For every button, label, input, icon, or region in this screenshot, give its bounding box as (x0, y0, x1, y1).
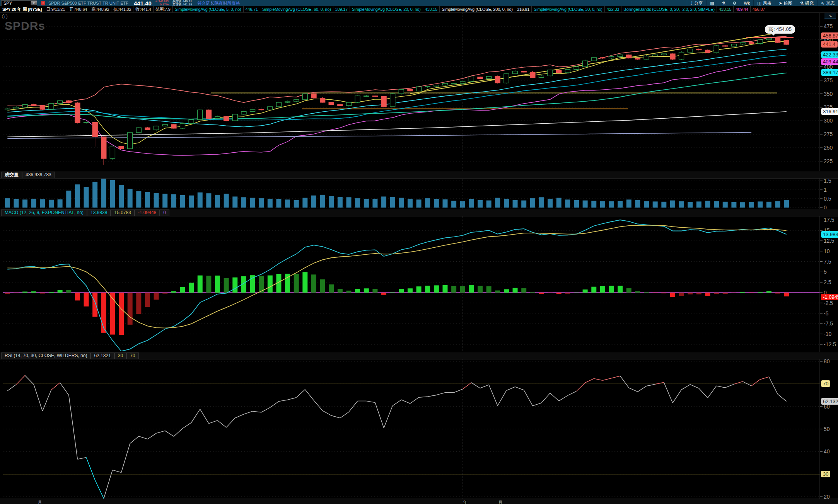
macd-header-cell: MACD (12, 26, 9, EXPONENTIAL, no) (1, 209, 87, 216)
price-axis-badge: 316.91 (821, 108, 838, 115)
toolbar-button-style[interactable]: ◫风格 (753, 0, 775, 6)
share-icon: ⤴ (691, 1, 693, 5)
chart-area[interactable]: 4754504003753503253002752502251.510.5017… (0, 12, 838, 504)
toolbar-button-settings[interactable]: ⚙ (729, 0, 740, 6)
toolbar-button-share[interactable]: ⤴分享 (687, 0, 707, 6)
macd-header-cell: 15.0783 (111, 209, 134, 216)
axis-tick: 40 (824, 448, 830, 455)
axis-tick: 50 (824, 426, 830, 432)
macd-axis-badge: 13.9838 (821, 231, 838, 238)
spdrs-watermark: SPDRs (5, 19, 45, 32)
bid-ask: 买方价:440.91 卖方价:441.19 (172, 0, 192, 6)
axis-tick: -5 (824, 310, 829, 317)
axis-tick: -2.5 (824, 300, 833, 306)
time-axis: 月年月 (0, 499, 838, 504)
axis-tick: 12.5 (824, 238, 834, 244)
toolbar-button-events[interactable]: ▤ (706, 0, 717, 6)
chart-header: SPY ▼ ! SPDR S&P500 ETF TRUST TR UNIT ET… (0, 0, 838, 6)
extended-session-note: 符合延长隔夜时段资格 (198, 0, 240, 6)
study-label[interactable]: SimpleMovingAvg (CLOSE, 30, 0, no) (532, 6, 605, 12)
symbol-dropdown-button[interactable]: ▼ (31, 1, 37, 5)
status-segment: 开:448.64 (67, 6, 89, 12)
toolbar-button-patterns[interactable]: ∿形态 (817, 0, 838, 6)
axis-tick: 350 (824, 91, 833, 97)
axis-tick: -10 (824, 331, 831, 337)
volume-pane-header: 成交量436,939,783 (0, 171, 838, 179)
status-segment: 316.91 (515, 6, 532, 12)
axis-tick: 2.5 (824, 279, 831, 285)
rsi-pane-header: RSI (14, 70, 30, CLOSE, WILDERS, no)62.1… (0, 352, 838, 359)
price-axis-badge: 389.17 (821, 69, 838, 76)
macd-header-cell: -1.09448 (135, 209, 160, 216)
toolbar-button-studies[interactable]: ⚗研究 (796, 0, 817, 6)
chart-title: SPY 20 年 周 [NYSE] (0, 6, 44, 12)
flask-icon: ⚗ (800, 1, 804, 6)
flask-icon: ⚗ (722, 1, 725, 6)
toolbar-label: 研究 (805, 0, 814, 6)
chart-toolbar: ⤴分享▤⚗⚙Wk◫风格➤绘图⚗研究∿形态 (687, 0, 838, 6)
rsi-axis-badge: 70 (821, 380, 830, 387)
axis-tick: 275 (824, 131, 833, 137)
alert-icon[interactable]: ! (41, 1, 45, 5)
study-label[interactable]: SimpleMovingAvg (CLOSE, 5, 0, no) (173, 6, 244, 12)
rsi-header-cell: 62.1321 (90, 352, 114, 359)
sidebar-toggle-icon[interactable]: ∿ (824, 13, 836, 19)
toolbar-label: Wk (744, 1, 750, 5)
study-label[interactable]: SimpleMovingAvg (CLOSE, 200, 0, no) (440, 6, 515, 12)
status-segment: 422.33 (605, 6, 621, 12)
status-segment: 446.71 (244, 6, 260, 12)
axis-tick: 250 (824, 145, 833, 151)
symbol-text: SPY (3, 1, 12, 5)
axis-tick: 375 (824, 77, 833, 83)
status-segment: 389.17 (333, 6, 350, 12)
toolbar-label: 形态 (826, 0, 835, 6)
chart-canvas[interactable]: 4754504003753503253002752502251.510.5017… (0, 12, 838, 504)
toolbar-button-analyze[interactable]: ⚗ (718, 0, 729, 6)
macd-header-cell: 13.9838 (87, 209, 111, 216)
symbol-input[interactable]: SPY ▼ (1, 0, 37, 6)
study-label[interactable]: SimpleMovingAvg (CLOSE, 60, 0, no) (260, 6, 333, 12)
status-segment: 433.15 (423, 6, 440, 12)
toolbar-button-timeframe[interactable]: Wk (740, 0, 753, 6)
toolbar-label: 分享 (694, 0, 703, 6)
toolbar-label: 风格 (763, 0, 771, 6)
status-segment: 456.87 (751, 6, 767, 12)
rsi-axis-badge: 30 (821, 471, 830, 477)
axis-tick: 7.5 (824, 259, 831, 265)
macd-pane-header: MACD (12, 26, 9, EXPONENTIAL, no)13.9838… (0, 209, 838, 216)
status-segment: 收:441.4 (133, 6, 153, 12)
rsi-header-cell: RSI (14, 70, 30, CLOSE, WILDERS, no) (1, 352, 90, 359)
study-label[interactable]: SimpleMovingAvg (CLOSE, 20, 0, no) (350, 6, 423, 12)
axis-tick: 225 (824, 158, 833, 164)
status-segment: 日:9/13/21 (44, 6, 67, 12)
rsi-axis-badge: 62.1321 (821, 398, 838, 405)
high-tooltip: 高: 454.05 (765, 25, 795, 34)
toolbar-label: 绘图 (784, 0, 792, 6)
gear-icon: ⚙ (733, 1, 737, 6)
axis-tick: 0.5 (824, 196, 831, 202)
volume-header-cell: 成交量 (1, 172, 22, 178)
study-label[interactable]: BollingerBands (CLOSE, 0, 20, -2.0, 2.0,… (621, 6, 717, 12)
price-axis-badge: 409.44 (821, 58, 838, 65)
status-segment: 低:441.02 (111, 6, 133, 12)
axis-tick: 17.5 (824, 217, 834, 223)
calendar-alert-icon: ▤ (710, 1, 714, 6)
volume-header-cell: 436,939,783 (22, 172, 55, 178)
macd-header-cell: 0 (160, 209, 169, 216)
time-axis-label: 年 (463, 499, 468, 504)
axis-tick: 5 (824, 269, 827, 275)
axis-tick: 10 (824, 248, 830, 254)
info-icon[interactable]: ⓘ (2, 14, 7, 20)
status-segment: 433.15 (717, 6, 734, 12)
toolbar-button-draw[interactable]: ➤绘图 (775, 0, 796, 6)
macd-axis-badge: -1.0945 (821, 294, 838, 300)
change-percent: -0.97% (155, 3, 169, 6)
time-axis-label: 月 (498, 499, 503, 504)
rsi-header-cell: 30 (114, 352, 126, 359)
cursor-icon: ➤ (779, 1, 782, 6)
chart-status-bar: SPY 20 年 周 [NYSE]日:9/13/21开:448.64高:448.… (0, 6, 838, 13)
instrument-name: SPDR S&P500 ETF TRUST TR UNIT ETF (48, 1, 128, 5)
axis-tick: -12.5 (824, 341, 836, 347)
price-axis-badge: 422.33 (821, 51, 838, 58)
last-price: 441.40 (134, 0, 152, 7)
